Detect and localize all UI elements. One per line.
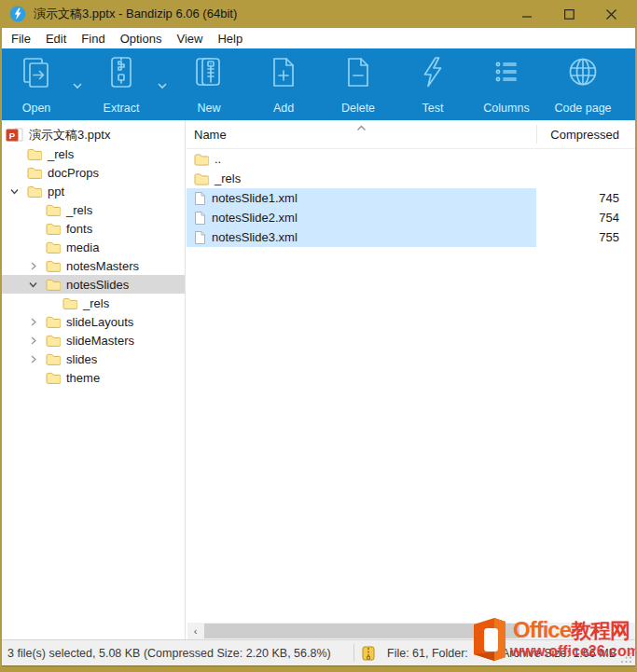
list-row-up[interactable]: .. (187, 149, 635, 169)
columns-button[interactable]: Columns (472, 55, 541, 115)
tree-item-label: ppt (48, 185, 64, 199)
list-header: Name Compressed (187, 120, 635, 149)
folder-icon (46, 316, 61, 328)
folder-icon (194, 172, 209, 185)
menu-help[interactable]: Help (210, 28, 250, 48)
menu-view[interactable]: View (169, 28, 210, 48)
folder-icon (46, 204, 61, 216)
folder-icon (46, 353, 61, 365)
tree-item-label: media (66, 240, 99, 254)
column-header-compressed[interactable]: Compressed (550, 128, 619, 142)
columns-icon (489, 55, 524, 93)
tree-item-fonts[interactable]: fonts (2, 219, 185, 238)
tree-item-label: slideLayouts (66, 315, 133, 329)
compressed-size: 755 (536, 227, 619, 247)
sort-ascending-icon (356, 120, 367, 134)
menu-options[interactable]: Options (113, 28, 170, 48)
chevron-right-icon[interactable] (28, 354, 38, 364)
tree-item-slidelayouts[interactable]: slideLayouts (2, 312, 185, 331)
extract-dropdown-chevron-icon[interactable] (158, 76, 167, 93)
chevron-right-icon[interactable] (28, 336, 38, 346)
chevron-right-icon[interactable] (28, 317, 38, 327)
list-row-notesslide3[interactable]: notesSlide3.xml 755 (187, 227, 635, 247)
xml-file-icon (194, 230, 206, 245)
tree-item-root[interactable]: P 演示文稿3.pptx (2, 126, 185, 144)
tree-item-ppt[interactable]: ppt (2, 182, 185, 200)
compressed-size (536, 169, 619, 188)
tree-item-label: theme (66, 371, 100, 385)
tree-item-label: docProps (48, 166, 99, 180)
tree-item-ppt-rels[interactable]: _rels (2, 200, 185, 219)
chevron-down-icon[interactable] (9, 186, 20, 197)
status-separator (353, 644, 354, 662)
open-dropdown-chevron-icon[interactable] (73, 76, 82, 93)
extract-button[interactable]: Extract (93, 55, 149, 115)
tree-item-label: fonts (66, 222, 92, 236)
window-title: 演示文稿3.pptx - Bandizip 6.06 (64bit) (34, 6, 237, 22)
tree-item-label: slideMasters (66, 334, 134, 348)
delete-button[interactable]: Delete (330, 55, 386, 115)
list-row-rels[interactable]: _rels (187, 169, 635, 188)
new-archive-icon (191, 55, 227, 93)
folder-icon (27, 148, 42, 160)
file-name: notesSlide3.xml (212, 230, 298, 244)
tree-item-label: _rels (83, 296, 109, 310)
archive-size: Archive Size: 1.66 MB (502, 647, 616, 660)
open-archive-icon (19, 55, 54, 93)
menu-file[interactable]: File (4, 28, 38, 48)
minimize-button[interactable] (506, 0, 548, 28)
tree-item-rels[interactable]: _rels (2, 144, 185, 163)
new-label: New (197, 102, 220, 115)
tree-item-slidemasters[interactable]: slideMasters (2, 331, 185, 350)
column-separator[interactable] (536, 125, 537, 144)
test-button[interactable]: Test (405, 55, 461, 115)
tree-item-docprops[interactable]: docProps (2, 163, 185, 182)
folder-icon (62, 297, 77, 309)
tree-item-label: _rels (48, 147, 74, 161)
chevron-right-icon[interactable] (28, 261, 38, 271)
add-file-icon (266, 55, 301, 93)
file-name: notesSlide2.xml (212, 211, 298, 225)
test-label: Test (422, 102, 444, 115)
code-page-icon (565, 55, 601, 93)
column-header-name[interactable]: Name (194, 128, 227, 142)
new-button[interactable]: New (181, 55, 237, 115)
maximize-button[interactable] (548, 0, 590, 28)
add-button[interactable]: Add (256, 55, 312, 115)
scrollbar-thumb[interactable] (204, 624, 519, 638)
resize-grip[interactable] (620, 651, 632, 666)
pptx-file-icon: P (6, 128, 23, 143)
compressed-size: 745 (536, 188, 619, 208)
tree-item-label: notesSlides (66, 278, 129, 292)
scroll-left-arrow-icon[interactable]: ‹ (187, 623, 203, 639)
menu-edit[interactable]: Edit (38, 28, 74, 48)
compressed-size (536, 149, 619, 169)
menu-find[interactable]: Find (74, 28, 112, 48)
tree-item-theme[interactable]: theme (2, 368, 185, 387)
code-page-button[interactable]: Code page (543, 55, 623, 115)
tree-item-slides[interactable]: slides (2, 350, 185, 368)
list-row-notesslide1[interactable]: notesSlide1.xml 745 (187, 188, 635, 208)
chevron-down-icon[interactable] (28, 280, 38, 290)
tree-item-notesslides[interactable]: notesSlides (2, 275, 185, 294)
test-archive-icon (415, 55, 450, 93)
folder-icon (46, 279, 61, 291)
tree-item-label: _rels (66, 203, 92, 217)
folder-icon (46, 372, 61, 384)
tree-item-notesslides-rels[interactable]: _rels (2, 294, 185, 312)
open-label: Open (22, 102, 51, 115)
file-name: _rels (215, 171, 241, 185)
status-bar: 3 file(s) selected, 5.08 KB (Compressed … (2, 639, 635, 665)
file-name: notesSlide1.xml (212, 191, 298, 205)
list-row-notesslide2[interactable]: notesSlide2.xml 754 (187, 208, 635, 227)
horizontal-scrollbar[interactable]: ‹ (187, 623, 635, 639)
close-button[interactable] (590, 0, 632, 28)
folder-icon (27, 185, 42, 198)
archive-status-icon (362, 646, 376, 664)
tree-item-media[interactable]: media (2, 238, 185, 256)
open-button[interactable]: Open (8, 55, 64, 115)
tree-item-notesmasters[interactable]: notesMasters (2, 256, 185, 275)
toolbar: Open Extract (2, 48, 635, 120)
title-bar: 演示文稿3.pptx - Bandizip 6.06 (64bit) (2, 0, 635, 28)
xml-file-icon (194, 191, 206, 206)
